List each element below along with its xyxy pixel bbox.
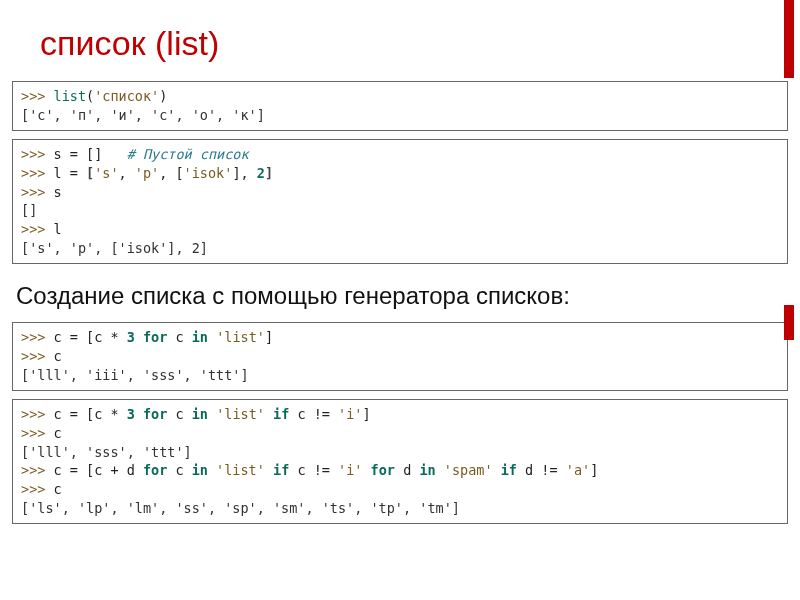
code: ] xyxy=(363,406,371,422)
code: 2 xyxy=(257,165,265,181)
code: c != xyxy=(289,462,338,478)
code xyxy=(135,329,143,345)
code: l = xyxy=(54,165,87,181)
code: c xyxy=(54,348,62,364)
code: ] xyxy=(265,165,273,181)
code: 'list' xyxy=(216,462,265,478)
code: ], xyxy=(232,165,256,181)
prompt: >>> xyxy=(21,329,54,345)
code: s xyxy=(54,184,62,200)
code: [ xyxy=(86,165,94,181)
code: in xyxy=(192,462,208,478)
code-block-2: >>> s = [] # Пустой список >>> l = ['s',… xyxy=(12,139,788,264)
code: c = [c + d xyxy=(54,462,143,478)
code: for xyxy=(143,329,167,345)
prompt: >>> xyxy=(21,425,54,441)
code xyxy=(265,406,273,422)
code xyxy=(135,406,143,422)
prompt: >>> xyxy=(21,462,54,478)
code: c != xyxy=(289,406,338,422)
code: c xyxy=(54,481,62,497)
code: for xyxy=(143,462,167,478)
prompt: >>> xyxy=(21,184,54,200)
code: ( xyxy=(86,88,94,104)
accent-bar-1 xyxy=(784,0,794,78)
output: ['с', 'п', 'и', 'с', 'о', 'к'] xyxy=(21,107,265,123)
prompt: >>> xyxy=(21,406,54,422)
code: if xyxy=(501,462,517,478)
code: 3 xyxy=(127,406,135,422)
code: 'список' xyxy=(94,88,159,104)
code: in xyxy=(192,329,208,345)
prompt: >>> xyxy=(21,348,54,364)
code: 3 xyxy=(127,329,135,345)
output: ['lll', 'iii', 'sss', 'ttt'] xyxy=(21,367,249,383)
code: 's' xyxy=(94,165,118,181)
output: [] xyxy=(21,202,37,218)
code: for xyxy=(371,462,395,478)
code xyxy=(208,462,216,478)
code: c xyxy=(167,406,191,422)
comment: # Пустой список xyxy=(110,146,248,162)
code: 'i' xyxy=(338,462,362,478)
code xyxy=(208,329,216,345)
code: if xyxy=(273,462,289,478)
page-title: список (list) xyxy=(0,0,800,75)
prompt: >>> xyxy=(21,146,54,162)
code xyxy=(362,462,370,478)
code: 'isok' xyxy=(184,165,233,181)
code-block-4: >>> c = [c * 3 for c in 'list' if c != '… xyxy=(12,399,788,524)
code: c = [c * xyxy=(54,329,127,345)
code: in xyxy=(419,462,435,478)
code xyxy=(265,462,273,478)
code: 'a' xyxy=(566,462,590,478)
output: ['lll', 'sss', 'ttt'] xyxy=(21,444,192,460)
prompt: >>> xyxy=(21,221,54,237)
prompt: >>> xyxy=(21,481,54,497)
code: in xyxy=(192,406,208,422)
code: c xyxy=(54,425,62,441)
section-subtitle: Создание списка с помощью генератора спи… xyxy=(0,272,800,316)
accent-bar-2 xyxy=(784,305,794,340)
code: s = [] xyxy=(54,146,111,162)
code: ) xyxy=(159,88,167,104)
code xyxy=(436,462,444,478)
code: 'p' xyxy=(135,165,159,181)
output: ['ls', 'lp', 'lm', 'ss', 'sp', 'sm', 'ts… xyxy=(21,500,460,516)
code: 'list' xyxy=(216,406,265,422)
code: l xyxy=(54,221,62,237)
code: d != xyxy=(517,462,566,478)
code: c = [c * xyxy=(54,406,127,422)
output: ['s', 'p', ['isok'], 2] xyxy=(21,240,208,256)
code: list xyxy=(54,88,87,104)
code xyxy=(208,406,216,422)
prompt: >>> xyxy=(21,165,54,181)
code-block-3: >>> c = [c * 3 for c in 'list'] >>> c ['… xyxy=(12,322,788,391)
code: for xyxy=(143,406,167,422)
code: ] xyxy=(265,329,273,345)
code: c xyxy=(167,462,191,478)
code: ] xyxy=(590,462,598,478)
code: d xyxy=(395,462,419,478)
prompt: >>> xyxy=(21,88,54,104)
code: , [ xyxy=(159,165,183,181)
code: , xyxy=(119,165,135,181)
code: 'spam' xyxy=(444,462,493,478)
code: 'i' xyxy=(338,406,362,422)
code: 'list' xyxy=(216,329,265,345)
code: if xyxy=(273,406,289,422)
code-block-1: >>> list('список') ['с', 'п', 'и', 'с', … xyxy=(12,81,788,131)
code: c xyxy=(167,329,191,345)
code xyxy=(493,462,501,478)
